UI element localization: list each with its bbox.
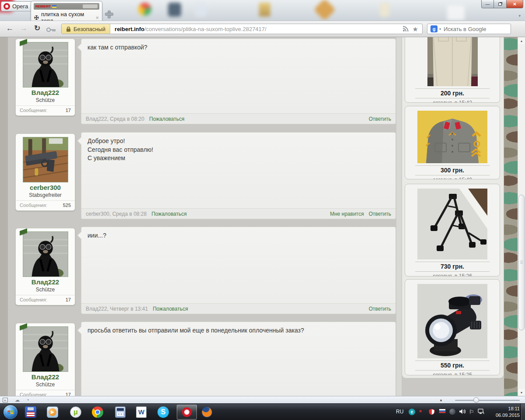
classified-item[interactable]: 300 грн. сегодня, в 15:40 [405,106,500,179]
panels-toggle-icon[interactable]: ▸ [3,398,8,402]
taskbar-media-player-icon[interactable]: ▶ [46,406,59,418]
close-icon: ✕ [513,2,516,7]
taskbar-skype-icon[interactable]: S [157,406,169,418]
close-button[interactable]: ✕ [507,0,523,8]
zoom-slider-thumb[interactable] [473,397,479,403]
scrollbar-thumb[interactable] [518,195,525,330]
new-tab-button[interactable] [105,10,113,18]
taskbar-word-icon[interactable]: W [135,406,147,418]
taskbar-opera-icon-active[interactable] [181,406,193,418]
windows-flag-icon [7,410,14,415]
messages-count[interactable]: 525 [63,203,71,208]
report-link[interactable]: Пожаловаться [151,211,187,217]
tab-close-icon[interactable]: × [95,14,99,21]
like-link[interactable]: Мне нравится [330,211,364,217]
tray-volume-icon[interactable] [459,409,466,414]
search-input[interactable] [443,25,508,33]
messages-label: Сообщения: [20,297,47,302]
bookmark-star-icon[interactable]: ★ [413,26,418,32]
desktop-icon-blurred [168,3,181,17]
taskbar-chrome-icon[interactable] [91,406,104,418]
closed-tabs-dropdown-icon[interactable]: ▾ [518,14,521,18]
avatar[interactable] [23,137,68,182]
username-link[interactable]: Влад222 [16,279,75,286]
scroll-up-icon: ▲ [520,39,523,42]
tray-eset-icon[interactable]: e [409,409,415,415]
taskbar-utorrent-icon[interactable]: µ [70,406,82,418]
desktop-icon-blurred [195,4,206,17]
post-meta: cerber300, Среда в 08:28 [86,211,147,217]
username-link[interactable]: Влад222 [16,89,75,96]
turbo-cloud-icon[interactable]: ☁ [15,397,20,402]
taskbar-firefox-icon[interactable] [201,406,213,418]
reply-link[interactable]: Ответить [369,211,391,217]
item-time: сегодня, в 15:40 [405,177,500,179]
lock-icon [66,26,71,32]
avatar[interactable] [23,42,68,88]
opera-menu-button[interactable]: Opera [1,1,34,11]
language-indicator[interactable]: RU [396,409,403,415]
classified-item[interactable]: 200 грн. сегодня, в 15:42 [405,37,500,103]
zoom-expand-icon[interactable]: ▲ [439,398,443,402]
messages-count[interactable]: 17 [66,108,71,113]
avatar[interactable] [23,326,68,372]
tray-russian-flag-icon[interactable] [439,409,446,413]
tray-shield-icon[interactable] [429,409,435,415]
taskbar-save-app-icon[interactable] [24,406,37,418]
opera-menu-label: Opera [12,3,28,10]
browser-tab[interactable]: REIBERT ✠ плитка на сухом топл... × [31,1,102,21]
search-engine-dropdown-icon[interactable]: ▾ [439,27,441,31]
taskbar-calculator-icon[interactable] [114,406,126,418]
messages-label: Сообщения: [20,203,47,208]
user-card: Влад222 Schütze Сообщения: 17 [15,323,75,396]
messages-count[interactable]: 17 [66,392,71,396]
reload-button[interactable]: ↻ [34,24,40,32]
taskbar-clock[interactable]: 18:11 06.09.2015 [485,406,520,419]
reply-link[interactable]: Ответить [369,116,391,122]
tray-app-icon[interactable]: * [419,409,422,415]
restore-icon [498,3,502,6]
windows-taskbar: ▶ µ W S RU e * [0,403,525,420]
item-time: сегодня, в 15:25 [405,372,500,375]
username-link[interactable]: cerber300 [16,184,75,191]
item-price: 730 грн. [415,262,490,272]
item-time: сегодня, в 15:26 [405,273,500,276]
scroll-down-button[interactable]: ▼ [518,389,525,396]
search-box[interactable]: g ▾ [427,24,511,34]
url-domain: reibert.info [115,26,144,32]
browser-toolbar: ← → ↻ Безопасный reibert.info/conversati… [0,21,525,37]
restore-button[interactable] [494,0,507,8]
tray-app-round-icon[interactable] [449,409,455,415]
avatar[interactable] [23,231,68,277]
password-key-icon[interactable] [46,26,56,34]
messages-label: Сообщения: [20,392,47,396]
messages-label: Сообщения: [20,108,47,113]
start-button[interactable] [4,405,18,419]
minimize-button[interactable]: — [481,0,494,8]
back-button[interactable]: ← [6,24,14,32]
messages-count[interactable]: 17 [66,297,71,302]
rss-feed-icon[interactable] [402,26,409,32]
report-link[interactable]: Пожаловаться [153,306,188,312]
post-footer: Влад222, Среда в 08:20 Пожаловаться Отве… [81,113,396,124]
scroll-up-button[interactable]: ▲ [518,37,525,44]
zoom-slider-track[interactable] [455,400,520,401]
reply-link[interactable]: Ответить [369,306,391,312]
classified-item[interactable]: 730 грн. сегодня, в 15:26 [405,184,500,276]
classified-item[interactable]: 550 грн. сегодня, в 15:25 [405,279,500,375]
vertical-scrollbar[interactable]: ▲ ▼ [518,37,525,396]
sync-status-icon[interactable]: ◔ [26,397,29,402]
tray-action-center-flag-icon[interactable]: ⚐ [469,409,474,415]
tray-network-icon[interactable] [478,409,485,415]
post-footer: Влад222, Четверг в 13:41 Пожаловаться От… [81,303,396,314]
forward-button[interactable]: → [20,24,28,32]
report-link[interactable]: Пожаловаться [149,116,185,122]
address-bar[interactable]: Безопасный reibert.info/conversations/pl… [61,24,423,34]
username-link[interactable]: Влад222 [16,374,75,381]
item-price: 300 грн. [415,165,490,175]
post-footer: cerber300, Среда в 08:28 Пожаловаться Мн… [81,208,396,219]
google-search-engine-icon[interactable]: g [430,25,438,32]
show-desktop-button[interactable] [521,404,525,420]
diver-avatar-image [23,42,68,87]
security-badge[interactable]: Безопасный [62,24,110,34]
